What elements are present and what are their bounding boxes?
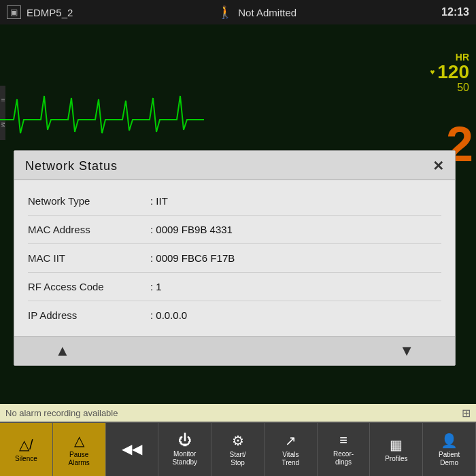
dialog-footer: ▲ ▼	[14, 336, 455, 365]
start-stop-label: Start/ Stop	[230, 451, 246, 467]
monitor-standby-icon: ⏻	[178, 432, 192, 448]
toolbar-btn-profiles[interactable]: ▦Profiles	[370, 423, 423, 476]
patient-demo-label: Patient Demo	[439, 451, 460, 467]
toolbar-btn-vitals-trend[interactable]: ↗Vitals Trend	[265, 423, 318, 476]
vitals-trend-label: Vitals Trend	[282, 451, 299, 467]
main-background: II M HR ♥ 120 50 2 Network Status ✕ Netw…	[0, 24, 476, 412]
rewind-icon: ◀◀	[122, 441, 142, 457]
dialog-row-label: MAC Address	[28, 224, 150, 235]
toolbar-btn-recordings[interactable]: ≡Recor- dings	[318, 423, 371, 476]
top-bar: ▣ EDMP5_2 🚶 Not Admitted 12:13	[0, 0, 476, 24]
dialog-row-label: Network Type	[28, 195, 150, 207]
status-bar: No alarm recording available ⊞	[0, 404, 476, 422]
patient-demo-icon: 👤	[441, 432, 458, 449]
monitor-standby-label: Monitor Standby	[172, 450, 197, 466]
hr-low-value: 50	[430, 82, 469, 94]
device-icon: ▣	[7, 5, 21, 19]
top-bar-center: 🚶 Not Admitted	[218, 5, 296, 20]
dialog-row-value: : 0.0.0.0	[150, 309, 441, 321]
pause-alarms-icon: △	[74, 432, 84, 449]
admission-status: Not Admitted	[238, 7, 296, 18]
device-id: EDMP5_2	[27, 7, 73, 18]
top-bar-time: 12:13	[441, 6, 469, 18]
recordings-icon: ≡	[339, 432, 347, 448]
dialog-row-label: IP Address	[28, 309, 150, 321]
vitals-trend-icon: ↗	[285, 432, 296, 449]
toolbar-btn-start-stop[interactable]: ⚙Start/ Stop	[211, 423, 265, 476]
dialog-row: RF Access Code : 1	[28, 273, 441, 301]
clock: 12:13	[441, 6, 469, 18]
waveform-display	[0, 86, 381, 140]
scroll-down-button[interactable]: ▼	[399, 342, 414, 360]
toolbar: △/Silence△Pause Alarms◀◀⏻Monitor Standby…	[0, 422, 476, 476]
silence-icon: △/	[19, 437, 33, 453]
pause-alarms-label: Pause Alarms	[69, 451, 90, 467]
dialog-title: Network Status	[25, 159, 118, 173]
dialog-row: IP Address : 0.0.0.0	[28, 301, 441, 329]
toolbar-btn-silence[interactable]: △/Silence	[0, 423, 53, 476]
dialog-row-value: : 1	[150, 281, 441, 292]
profiles-icon: ▦	[390, 437, 403, 453]
profiles-label: Profiles	[385, 455, 407, 463]
alarm-status-text: No alarm recording available	[5, 408, 118, 418]
top-bar-left: ▣ EDMP5_2	[7, 5, 73, 19]
toolbar-btn-monitor-standby[interactable]: ⏻Monitor Standby	[158, 423, 211, 476]
dialog-row: MAC Address : 0009 FB9B 4331	[28, 216, 441, 244]
toolbar-btn-pause-alarms[interactable]: △Pause Alarms	[53, 423, 106, 476]
dialog-row: Network Type : IIT	[28, 187, 441, 216]
start-stop-icon: ⚙	[232, 432, 244, 449]
dialog-body: Network Type : IIT MAC Address : 0009 FB…	[14, 180, 455, 336]
dialog-row-value: : 0009 FB9B 4331	[150, 224, 441, 235]
scroll-up-button[interactable]: ▲	[55, 342, 70, 360]
status-bar-icon: ⊞	[462, 407, 471, 420]
dialog-title-bar: Network Status ✕	[14, 151, 455, 180]
dialog-row-value: : IIT	[150, 195, 441, 207]
recordings-label: Recor- dings	[333, 450, 354, 466]
dialog-row-value: : 0009 FBC6 F17B	[150, 252, 441, 264]
hr-display: HR ♥ 120 50	[430, 52, 469, 94]
dialog-row-label: RF Access Code	[28, 281, 150, 292]
dialog-row: MAC IIT : 0009 FBC6 F17B	[28, 244, 441, 273]
toolbar-btn-rewind[interactable]: ◀◀	[106, 423, 159, 476]
hr-value: 120	[437, 63, 469, 82]
network-status-dialog: Network Status ✕ Network Type : IIT MAC …	[14, 150, 456, 366]
hr-heart-icon: ♥	[430, 67, 435, 77]
toolbar-btn-patient-demo[interactable]: 👤Patient Demo	[423, 423, 476, 476]
dialog-close-button[interactable]: ✕	[432, 158, 444, 174]
silence-label: Silence	[15, 455, 37, 463]
dialog-row-label: MAC IIT	[28, 252, 150, 264]
person-icon: 🚶	[218, 5, 233, 20]
